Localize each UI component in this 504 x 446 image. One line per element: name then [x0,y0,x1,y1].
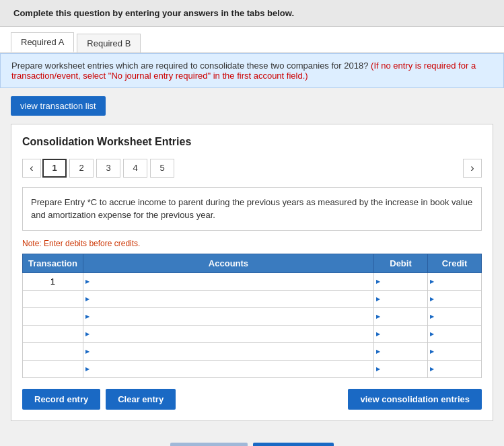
debit-cell-5 [374,342,428,360]
credit-cell-4 [428,325,482,342]
credit-input-3[interactable] [428,308,481,325]
account-input-3[interactable] [83,308,373,325]
debit-input-5[interactable] [374,343,427,360]
app-container: Complete this question by entering your … [0,0,504,446]
credit-cell-5 [428,342,482,360]
debit-input-2[interactable] [374,291,427,307]
transaction-number-4 [23,325,83,342]
debit-input-3[interactable] [374,308,427,325]
clear-entry-button[interactable]: Clear entry [106,389,176,410]
card-title: Consolidation Worksheet Entries [22,135,482,149]
table-row [23,307,482,325]
account-input-2[interactable] [83,291,373,307]
page-btn-4[interactable]: 4 [123,159,147,178]
credit-cell-6 [428,360,482,377]
page-navigation: ‹ 1 2 3 4 5 › [22,159,482,178]
credit-cell-1 [428,272,482,290]
main-card: Consolidation Worksheet Entries ‹ 1 2 3 … [11,124,493,421]
transaction-number-6 [23,360,83,377]
account-input-6[interactable] [83,361,373,377]
prev-page-button[interactable]: ‹ [22,159,41,178]
col-header-transaction: Transaction [23,254,83,272]
credit-input-5[interactable] [428,343,481,360]
debit-input-6[interactable] [374,361,427,377]
footer-tabs: ‹ Required A Required B › [0,432,504,446]
page-btn-5[interactable]: 5 [150,159,174,178]
transaction-number-2 [23,290,83,307]
debit-cell-4 [374,325,428,342]
instruction-bar: Complete this question by entering your … [0,0,504,27]
table-row [23,290,482,307]
entry-table: Transaction Accounts Debit Credit 1 [22,254,482,378]
credit-input-1[interactable] [428,273,481,290]
account-input-cell-6 [83,360,373,377]
col-header-debit: Debit [374,254,428,272]
note-text: Note: Enter debits before credits. [22,239,482,248]
account-input-cell-2 [83,290,373,307]
instruction-text: Complete this question by entering your … [13,8,491,18]
page-btn-3[interactable]: 3 [96,159,120,178]
page-btn-1[interactable]: 1 [42,159,67,178]
footer-tab-required-a[interactable]: ‹ Required A [170,443,248,446]
table-row: 1 [23,272,482,290]
debit-cell-3 [374,307,428,325]
account-input-cell-4 [83,325,373,342]
tab-required-a[interactable]: Required A [11,32,74,52]
account-input-cell-1 [83,272,373,290]
account-input-4[interactable] [83,326,373,342]
description-text: Prepare Entry *C to accrue income to par… [31,197,472,221]
credit-input-4[interactable] [428,326,481,342]
credit-input-2[interactable] [428,291,481,307]
description-box: Prepare Entry *C to accrue income to par… [22,187,482,231]
page-btn-2[interactable]: 2 [69,159,94,178]
account-input-cell-3 [83,307,373,325]
col-header-credit: Credit [428,254,482,272]
transaction-number-3 [23,307,83,325]
bottom-buttons: Record entry Clear entry view consolidat… [22,389,482,410]
transaction-number-5 [23,342,83,360]
credit-input-6[interactable] [428,361,481,377]
transaction-number-1: 1 [23,272,83,290]
account-input-1[interactable] [83,273,373,290]
credit-cell-2 [428,290,482,307]
col-header-accounts: Accounts [83,254,373,272]
table-row [23,360,482,377]
info-main-text: Prepare worksheet entries which are requ… [11,61,368,71]
record-entry-button[interactable]: Record entry [22,389,100,410]
next-page-button[interactable]: › [463,159,482,178]
table-row [23,342,482,360]
table-row [23,325,482,342]
credit-cell-3 [428,307,482,325]
info-box: Prepare worksheet entries which are requ… [0,53,504,88]
debit-cell-2 [374,290,428,307]
debit-input-4[interactable] [374,326,427,342]
debit-cell-1 [374,272,428,290]
view-consolidation-button[interactable]: view consolidation entries [348,389,482,410]
account-input-cell-5 [83,342,373,360]
tab-required-b[interactable]: Required B [77,34,141,52]
account-input-5[interactable] [83,343,373,360]
debit-input-1[interactable] [374,273,427,290]
debit-cell-6 [374,360,428,377]
footer-tab-required-b[interactable]: Required B › [253,443,334,446]
view-transaction-button[interactable]: view transaction list [11,96,106,116]
tabs-bar: Required A Required B [0,27,504,53]
